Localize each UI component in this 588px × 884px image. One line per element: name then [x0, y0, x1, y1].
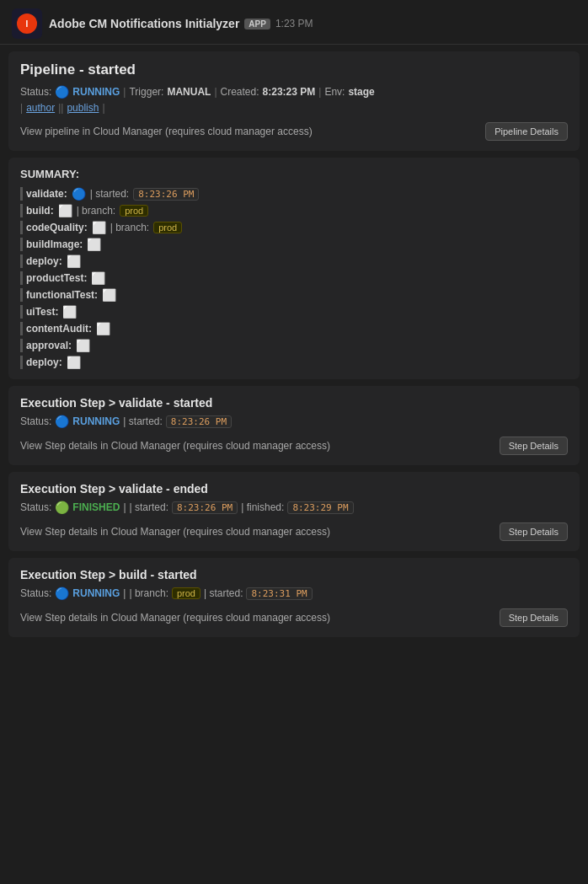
trigger-label: Trigger:	[129, 86, 163, 98]
app-icon-letter: I	[26, 19, 29, 29]
buildimage-name: buildImage:	[26, 238, 83, 250]
contentaudit-emoji: ⬜	[96, 322, 110, 335]
summary-item-codequality: codeQuality: ⬜ | branch: prod	[20, 221, 568, 234]
summary-card: SUMMARY: validate: 🔵 | started: 8:23:26 …	[8, 158, 580, 379]
deploy1-emoji: ⬜	[67, 254, 81, 268]
created-label: Created:	[221, 86, 259, 98]
author-row: | author || publish |	[20, 102, 568, 114]
app-badge: APP	[244, 19, 270, 29]
summary-item-validate: validate: 🔵 | started: 8:23:26 PM	[20, 187, 568, 201]
uitest-name: uiTest:	[26, 306, 58, 318]
codequality-emoji: ⬜	[92, 221, 106, 234]
exec-bs-link-text: View Step details in Cloud Manager (requ…	[20, 612, 330, 624]
publish-link[interactable]: publish	[67, 102, 99, 114]
exec-validate-started-title: Execution Step > validate - started	[20, 396, 568, 410]
exec-validate-ended-link-row: View Step details in Cloud Manager (requ…	[20, 522, 568, 541]
execution-validate-started-card: Execution Step > validate - started Stat…	[8, 386, 580, 465]
build-emoji: ⬜	[58, 204, 72, 217]
app-icon-inner: I	[17, 13, 37, 34]
exec-build-started-link-row: View Step details in Cloud Manager (requ…	[20, 608, 568, 627]
deploy2-emoji: ⬜	[67, 356, 81, 369]
summary-item-deploy1: deploy: ⬜	[20, 254, 568, 268]
exec-vs-running: RUNNING	[72, 415, 120, 427]
exec-vs-link-text: View Step details in Cloud Manager (requ…	[20, 440, 330, 452]
exec-ve-link-text: View Step details in Cloud Manager (requ…	[20, 526, 330, 538]
author-link[interactable]: author	[26, 102, 55, 114]
pipeline-link-text: View pipeline in Cloud Manager (requires…	[20, 126, 313, 137]
deploy2-name: deploy:	[26, 356, 62, 368]
exec-bs-started: 8:23:31 PM	[246, 587, 312, 600]
execution-build-started-card: Execution Step > build - started Status:…	[8, 558, 580, 637]
exec-validate-started-link-row: View Step details in Cloud Manager (requ…	[20, 437, 568, 455]
exec-build-started-title: Execution Step > build - started	[20, 568, 568, 581]
exec-vs-step-details-button[interactable]: Step Details	[500, 437, 568, 455]
app-time: 1:23 PM	[275, 18, 313, 29]
producttest-emoji: ⬜	[91, 271, 105, 285]
validate-timestamp: 8:23:26 PM	[133, 188, 199, 201]
exec-vs-started: 8:23:26 PM	[166, 415, 232, 428]
summary-item-buildimage: buildImage: ⬜	[20, 238, 568, 251]
execution-validate-ended-card: Execution Step > validate - ended Status…	[8, 472, 580, 551]
exec-ve-finished: FINISHED	[72, 501, 120, 513]
summary-item-functionaltest: functionalTest: ⬜	[20, 288, 568, 302]
approval-emoji: ⬜	[76, 339, 90, 352]
env-value: stage	[348, 86, 374, 98]
status-running-emoji: 🔵	[55, 85, 69, 99]
exec-build-started-status: Status: 🔵 RUNNING | | branch: prod | sta…	[20, 587, 568, 600]
app-name-row: Adobe CM Notifications Initialyzer APP 1…	[49, 17, 576, 30]
exec-validate-ended-title: Execution Step > validate - ended	[20, 482, 568, 496]
summary-items: validate: 🔵 | started: 8:23:26 PM build:…	[20, 187, 568, 369]
summary-item-approval: approval: ⬜	[20, 339, 568, 352]
env-label: Env:	[324, 86, 345, 98]
summary-item-build: build: ⬜ | branch: prod	[20, 204, 568, 217]
build-name: build:	[26, 205, 54, 217]
summary-item-producttest: productTest: ⬜	[20, 271, 568, 285]
pipeline-details-button[interactable]: Pipeline Details	[485, 122, 568, 141]
exec-ve-finished-ts: 8:23:29 PM	[287, 501, 353, 514]
build-branch-tag: prod	[120, 205, 148, 217]
summary-item-contentaudit: contentAudit: ⬜	[20, 322, 568, 335]
status-label: Status:	[20, 86, 51, 98]
summary-label: SUMMARY:	[20, 168, 568, 180]
functionaltest-name: functionalTest:	[26, 289, 98, 301]
summary-item-deploy2: deploy: ⬜	[20, 356, 568, 369]
approval-name: approval:	[26, 340, 72, 351]
pipeline-card: Pipeline - started Status: 🔵 RUNNING | T…	[8, 51, 580, 151]
codequality-name: codeQuality:	[26, 222, 88, 233]
validate-name: validate:	[26, 188, 67, 200]
producttest-name: productTest:	[26, 272, 87, 284]
pipeline-title: Pipeline - started	[20, 62, 568, 78]
created-value: 8:23:23 PM	[263, 86, 316, 98]
trigger-value: MANUAL	[167, 86, 211, 98]
contentaudit-name: contentAudit:	[26, 323, 92, 335]
pipeline-status-row: Status: 🔵 RUNNING | Trigger: MANUAL | Cr…	[20, 85, 568, 99]
app-icon: I	[12, 8, 42, 39]
exec-ve-started: 8:23:26 PM	[172, 501, 238, 514]
app-name: Adobe CM Notifications Initialyzer	[49, 17, 239, 30]
status-running-value: RUNNING	[72, 86, 120, 98]
deploy1-name: deploy:	[26, 255, 62, 267]
exec-bs-running: RUNNING	[72, 587, 120, 599]
exec-ve-step-details-button[interactable]: Step Details	[500, 522, 568, 541]
exec-validate-ended-status: Status: 🟢 FINISHED | | started: 8:23:26 …	[20, 501, 568, 514]
app-header-info: Adobe CM Notifications Initialyzer APP 1…	[49, 17, 576, 30]
validate-emoji: 🔵	[72, 187, 86, 201]
exec-bs-branch: prod	[172, 587, 200, 599]
functionaltest-emoji: ⬜	[102, 288, 116, 302]
app-header: I Adobe CM Notifications Initialyzer APP…	[0, 0, 588, 45]
summary-item-uitest: uiTest: ⬜	[20, 305, 568, 319]
pipeline-link-row: View pipeline in Cloud Manager (requires…	[20, 122, 568, 141]
exec-bs-step-details-button[interactable]: Step Details	[500, 608, 568, 627]
buildimage-emoji: ⬜	[87, 238, 101, 251]
exec-validate-started-status: Status: 🔵 RUNNING | started: 8:23:26 PM	[20, 415, 568, 428]
uitest-emoji: ⬜	[62, 305, 77, 319]
codequality-branch-tag: prod	[153, 222, 182, 233]
